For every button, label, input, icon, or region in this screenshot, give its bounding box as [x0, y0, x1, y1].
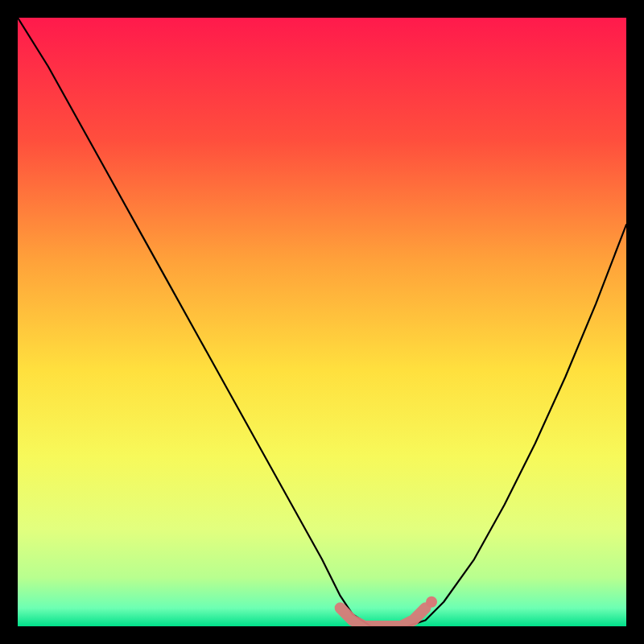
chart-frame: TheBottleneck.com: [18, 18, 626, 626]
gradient-background: [18, 18, 626, 626]
bottleneck-chart: [18, 18, 626, 626]
optimal-zone-end-dot: [426, 597, 437, 608]
